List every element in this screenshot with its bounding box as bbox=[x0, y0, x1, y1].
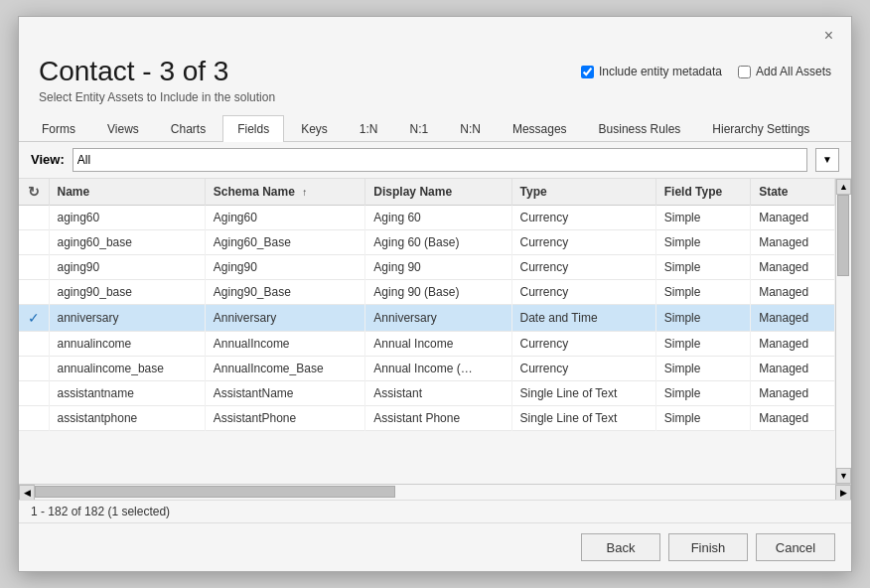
row-check-cell[interactable] bbox=[19, 331, 49, 356]
close-button[interactable]: × bbox=[818, 25, 839, 47]
row-field-type: Simple bbox=[655, 254, 750, 279]
tab-hierarchy-settings[interactable]: Hierarchy Settings bbox=[697, 115, 824, 142]
row-state: Managed bbox=[751, 380, 835, 405]
horizontal-scrollbar[interactable]: ◀ ▶ bbox=[19, 484, 851, 500]
col-fieldtype: Field Type bbox=[655, 179, 750, 206]
tab-fields[interactable]: Fields bbox=[222, 115, 284, 142]
tab-views[interactable]: Views bbox=[92, 115, 154, 142]
scroll-down-button[interactable]: ▼ bbox=[836, 468, 851, 484]
row-field-type: Simple bbox=[655, 405, 750, 430]
row-schema-name: Aging90_Base bbox=[205, 279, 365, 304]
table-row[interactable]: aging90Aging90Aging 90CurrencySimpleMana… bbox=[19, 254, 835, 279]
row-name: assistantphone bbox=[49, 405, 205, 430]
view-bar: View: All ▼ bbox=[19, 142, 851, 179]
col-state: State bbox=[751, 179, 835, 206]
header-left: Contact - 3 of 3 Select Entity Assets to… bbox=[39, 55, 275, 104]
status-bar: 1 - 182 of 182 (1 selected) bbox=[19, 500, 851, 522]
scroll-h-track bbox=[35, 485, 835, 500]
main-dialog: × Contact - 3 of 3 Select Entity Assets … bbox=[18, 16, 852, 572]
row-display-name: Assistant Phone bbox=[365, 405, 511, 430]
table-row[interactable]: annualincomeAnnualIncomeAnnual IncomeCur… bbox=[19, 331, 835, 356]
row-type: Single Line of Text bbox=[511, 405, 655, 430]
row-field-type: Simple bbox=[655, 331, 750, 356]
tab-n-1[interactable]: N:1 bbox=[395, 115, 444, 142]
table-row[interactable]: assistantnameAssistantNameAssistantSingl… bbox=[19, 380, 835, 405]
row-type: Currency bbox=[511, 331, 655, 356]
header-right: Include entity metadata Add All Assets bbox=[581, 55, 831, 78]
col-schema[interactable]: Schema Name ↑ bbox=[205, 179, 365, 206]
row-name: annualincome bbox=[49, 331, 205, 356]
view-dropdown-button[interactable]: ▼ bbox=[815, 148, 839, 172]
row-type: Date and Time bbox=[511, 304, 655, 331]
row-check-cell[interactable] bbox=[19, 405, 49, 430]
row-field-type: Simple bbox=[655, 205, 750, 229]
row-type: Currency bbox=[511, 205, 655, 229]
tab-forms[interactable]: Forms bbox=[27, 115, 90, 142]
row-name: aging90_base bbox=[49, 279, 205, 304]
row-display-name: Anniversary bbox=[365, 304, 511, 331]
tab-business-rules[interactable]: Business Rules bbox=[584, 115, 696, 142]
include-metadata-label[interactable]: Include entity metadata bbox=[581, 65, 722, 78]
add-all-label[interactable]: Add All Assets bbox=[738, 65, 831, 78]
tab-messages[interactable]: Messages bbox=[498, 115, 582, 142]
row-check-cell[interactable] bbox=[19, 205, 49, 229]
row-schema-name: AssistantPhone bbox=[205, 405, 365, 430]
row-display-name: Aging 60 bbox=[365, 205, 511, 229]
table-row[interactable]: annualincome_baseAnnualIncome_BaseAnnual… bbox=[19, 356, 835, 380]
row-state: Managed bbox=[751, 279, 835, 304]
row-check-cell[interactable] bbox=[19, 356, 49, 380]
row-name: aging60 bbox=[49, 205, 205, 229]
refresh-icon[interactable]: ↻ bbox=[28, 184, 40, 200]
view-select[interactable]: All bbox=[72, 148, 807, 172]
cancel-button[interactable]: Cancel bbox=[756, 533, 835, 561]
col-check: ↻ bbox=[19, 179, 49, 206]
row-type: Currency bbox=[511, 356, 655, 380]
vertical-scrollbar[interactable]: ▲ ▼ bbox=[835, 179, 851, 484]
table-row[interactable]: aging60Aging60Aging 60CurrencySimpleMana… bbox=[19, 205, 835, 229]
table-row[interactable]: assistantphoneAssistantPhoneAssistant Ph… bbox=[19, 405, 835, 430]
scroll-up-button[interactable]: ▲ bbox=[836, 179, 851, 195]
row-type: Single Line of Text bbox=[511, 380, 655, 405]
row-name: aging90 bbox=[49, 254, 205, 279]
tab-n-n[interactable]: N:N bbox=[445, 115, 496, 142]
table-row[interactable]: aging90_baseAging90_BaseAging 90 (Base)C… bbox=[19, 279, 835, 304]
row-display-name: Aging 90 bbox=[365, 254, 511, 279]
row-type: Currency bbox=[511, 254, 655, 279]
row-state: Managed bbox=[751, 254, 835, 279]
add-all-checkbox[interactable] bbox=[738, 66, 751, 78]
tab-charts[interactable]: Charts bbox=[156, 115, 220, 142]
row-type: Currency bbox=[511, 229, 655, 254]
row-check-cell[interactable] bbox=[19, 229, 49, 254]
col-display: Display Name bbox=[365, 179, 511, 206]
row-name: assistantname bbox=[49, 380, 205, 405]
row-name: annualincome_base bbox=[49, 356, 205, 380]
scroll-right-button[interactable]: ▶ bbox=[835, 485, 851, 501]
scroll-v-track bbox=[836, 195, 851, 468]
back-button[interactable]: Back bbox=[581, 533, 660, 561]
finish-button[interactable]: Finish bbox=[668, 533, 748, 561]
row-field-type: Simple bbox=[655, 229, 750, 254]
tabs-bar: FormsViewsChartsFieldsKeys1:NN:1N:NMessa… bbox=[19, 114, 851, 142]
row-type: Currency bbox=[511, 279, 655, 304]
include-metadata-text: Include entity metadata bbox=[599, 65, 722, 78]
row-check-cell[interactable]: ✓ bbox=[19, 304, 49, 331]
row-check-cell[interactable] bbox=[19, 279, 49, 304]
table-container[interactable]: ↻ Name Schema Name ↑ Display Name Type F… bbox=[19, 179, 835, 431]
tab-1-n[interactable]: 1:N bbox=[345, 115, 393, 142]
include-metadata-checkbox[interactable] bbox=[581, 66, 594, 78]
row-name: aging60_base bbox=[49, 229, 205, 254]
row-schema-name: Aging90 bbox=[205, 254, 365, 279]
tab-keys[interactable]: Keys bbox=[286, 115, 343, 142]
row-check-cell[interactable] bbox=[19, 254, 49, 279]
row-state: Managed bbox=[751, 304, 835, 331]
row-check-cell[interactable] bbox=[19, 380, 49, 405]
scroll-h-thumb[interactable] bbox=[35, 486, 395, 498]
status-text: 1 - 182 of 182 (1 selected) bbox=[31, 505, 170, 518]
row-state: Managed bbox=[751, 405, 835, 430]
scroll-left-button[interactable]: ◀ bbox=[19, 485, 35, 501]
table-row[interactable]: ✓anniversaryAnniversaryAnniversaryDate a… bbox=[19, 304, 835, 331]
scroll-v-thumb[interactable] bbox=[837, 195, 849, 277]
table-row[interactable]: aging60_baseAging60_BaseAging 60 (Base)C… bbox=[19, 229, 835, 254]
sort-arrow-icon: ↑ bbox=[302, 187, 307, 198]
row-schema-name: Anniversary bbox=[205, 304, 365, 331]
